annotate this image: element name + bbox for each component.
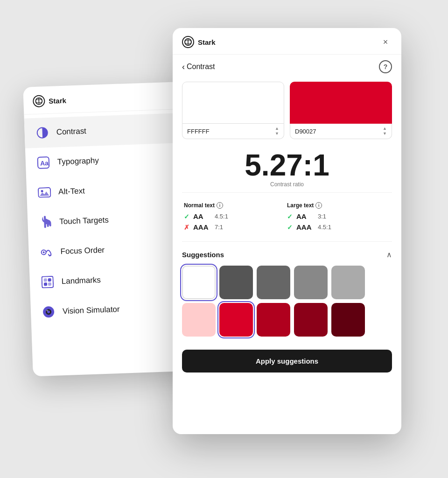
large-aaa-row: ✓ AAA 4.5:1 <box>287 223 390 231</box>
large-aa-label: AA <box>296 212 314 220</box>
focus-order-icon <box>39 245 54 260</box>
spinner-down-icon: ▼ <box>275 132 279 136</box>
normal-text-title: Normal text i <box>184 202 287 209</box>
red-color-input-row: ▲ ▼ <box>290 124 392 139</box>
swatch-gray3[interactable] <box>294 266 328 299</box>
typography-label: Typography <box>57 156 99 167</box>
red-color-preview[interactable] <box>290 82 392 124</box>
red-hex-input[interactable] <box>295 128 380 135</box>
normal-aaa-label: AAA <box>193 223 211 231</box>
spinner-down-icon-red: ▼ <box>383 132 387 136</box>
suggestions-grid <box>182 266 392 337</box>
panel-logo <box>182 36 194 48</box>
large-text-title: Large text i <box>287 202 390 209</box>
white-color-spinner[interactable]: ▲ ▼ <box>275 127 279 136</box>
swatch-gray1[interactable] <box>219 266 253 299</box>
swatch-pink[interactable] <box>182 303 216 337</box>
svg-text:Aa: Aa <box>40 159 49 167</box>
contrast-ratio-value: 5.27:1 <box>182 150 392 180</box>
normal-text-info-icon[interactable]: i <box>217 202 223 209</box>
sidebar-title: Stark <box>49 96 66 105</box>
alt-text-icon <box>37 185 52 200</box>
normal-text-col: Normal text i ✓ AA 4.5:1 ✗ AAA 7:1 <box>184 202 287 234</box>
back-label: Contrast <box>187 63 215 71</box>
large-aaa-value: 4.5:1 <box>318 224 331 231</box>
spinner-up-icon: ▲ <box>275 127 279 131</box>
contrast-panel: Stark × ‹ Contrast ? ▲ ▼ <box>173 28 401 434</box>
svg-point-10 <box>43 251 45 253</box>
panel-header: Stark × <box>173 28 401 55</box>
large-text-col: Large text i ✓ AA 3:1 ✓ AAA 4.5:1 <box>287 202 390 234</box>
spinner-up-icon-red: ▲ <box>383 127 387 131</box>
contrast-ratio-section: 5.27:1 Contrast ratio <box>173 147 401 190</box>
contrast-label: Contrast <box>56 127 86 137</box>
help-button[interactable]: ? <box>379 60 392 73</box>
swatch-darkred1[interactable] <box>257 303 290 337</box>
normal-aaa-row: ✗ AAA 7:1 <box>184 223 287 231</box>
white-color-preview[interactable] <box>182 82 284 124</box>
swatch-gray4[interactable] <box>331 266 365 299</box>
focus-order-label: Focus Order <box>60 246 105 256</box>
normal-aa-label: AA <box>193 212 211 220</box>
swatch-darkred2[interactable] <box>294 303 328 337</box>
back-button[interactable]: ‹ Contrast <box>182 62 215 72</box>
sidebar-logo <box>33 95 45 107</box>
typography-icon: Aa <box>35 155 51 170</box>
panel-nav: ‹ Contrast ? <box>173 55 401 77</box>
swatch-red[interactable] <box>219 303 253 337</box>
panel-header-left: Stark <box>182 36 216 48</box>
suggestions-title: Suggestions <box>182 251 224 259</box>
normal-aaa-cross-icon: ✗ <box>184 224 189 231</box>
divider-2 <box>182 241 392 242</box>
svg-rect-14 <box>44 282 47 286</box>
back-arrow-icon: ‹ <box>182 62 185 72</box>
suggestions-row-1 <box>182 266 392 299</box>
suggestions-header: Suggestions ∧ <box>182 250 392 259</box>
svg-point-8 <box>41 190 43 192</box>
normal-aaa-value: 7:1 <box>215 224 223 231</box>
large-aaa-check-icon: ✓ <box>287 224 293 231</box>
white-color-picker: ▲ ▼ <box>182 82 284 139</box>
large-aaa-label: AAA <box>296 223 314 231</box>
ratings-section: Normal text i ✓ AA 4.5:1 ✗ AAA 7:1 Large… <box>173 196 401 239</box>
normal-aa-row: ✓ AA 4.5:1 <box>184 212 287 220</box>
white-hex-input[interactable] <box>187 128 272 135</box>
panel-title: Stark <box>198 38 216 46</box>
apply-suggestions-button[interactable]: Apply suggestions <box>182 350 392 373</box>
svg-rect-12 <box>44 278 47 281</box>
vision-simulator-icon <box>41 304 56 320</box>
large-aa-check-icon: ✓ <box>287 213 293 220</box>
white-color-input-row: ▲ ▼ <box>182 124 284 139</box>
alt-text-label: Alt-Text <box>58 186 85 197</box>
vision-simulator-label: Vision Simulator <box>63 305 120 316</box>
red-color-spinner[interactable]: ▲ ▼ <box>383 127 387 136</box>
svg-rect-13 <box>48 278 51 281</box>
contrast-ratio-label: Contrast ratio <box>182 181 392 188</box>
normal-aa-value: 4.5:1 <box>215 213 228 220</box>
landmarks-icon <box>40 274 55 290</box>
landmarks-label: Landmarks <box>62 275 101 286</box>
divider-1 <box>182 192 392 193</box>
contrast-icon <box>35 125 50 141</box>
svg-rect-15 <box>48 282 51 286</box>
swatch-gray2[interactable] <box>257 266 290 299</box>
svg-rect-11 <box>42 276 53 288</box>
swatch-darkred3[interactable] <box>331 303 365 337</box>
touch-targets-label: Touch Targets <box>59 216 109 227</box>
suggestions-chevron-icon[interactable]: ∧ <box>386 250 392 259</box>
swatch-white[interactable] <box>182 266 216 299</box>
large-text-info-icon[interactable]: i <box>315 202 322 209</box>
normal-aa-check-icon: ✓ <box>184 213 189 220</box>
large-aa-value: 3:1 <box>318 213 326 220</box>
large-aa-row: ✓ AA 3:1 <box>287 212 390 220</box>
red-color-picker: ▲ ▼ <box>290 82 392 139</box>
touch-targets-icon <box>38 215 53 230</box>
close-button[interactable]: × <box>379 35 392 49</box>
color-picker-row: ▲ ▼ ▲ ▼ <box>173 77 401 147</box>
suggestions-section: Suggestions ∧ <box>173 245 401 342</box>
suggestions-row-2 <box>182 303 392 337</box>
